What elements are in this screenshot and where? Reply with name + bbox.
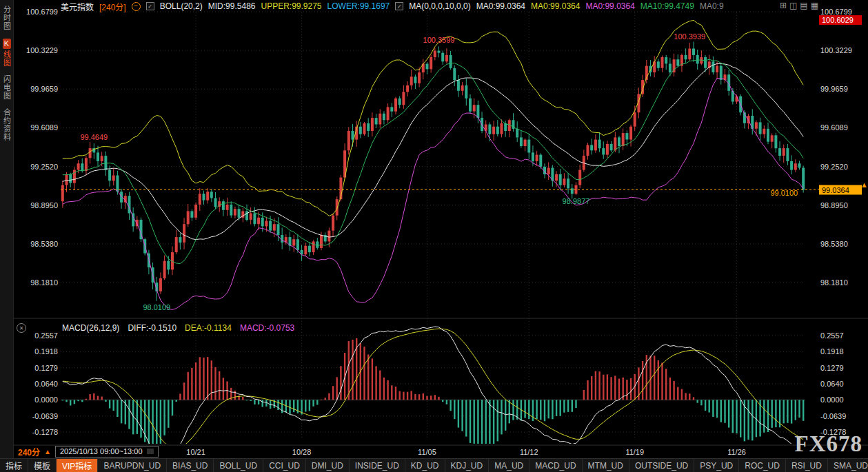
- status-period-label[interactable]: 240分: [18, 446, 40, 458]
- svg-text:100.3939: 100.3939: [674, 32, 705, 41]
- svg-text:0.0000: 0.0000: [820, 396, 844, 404]
- svg-text:0.1279: 0.1279: [34, 364, 58, 372]
- toolbar-button-ma_ud[interactable]: MA_UD: [489, 459, 529, 472]
- svg-text:99.4649: 99.4649: [80, 133, 108, 141]
- toolbar-button-kdj_ud[interactable]: KDJ_UD: [445, 459, 489, 472]
- toolbar-button-rsi_ud[interactable]: RSI_UD: [786, 459, 828, 472]
- svg-text:0.1918: 0.1918: [820, 347, 844, 356]
- svg-text:98.5380: 98.5380: [820, 240, 848, 248]
- sidebar-item-kline-chart[interactable]: K线图: [1, 39, 13, 67]
- sidebar-item-time-chart[interactable]: 分时图: [1, 6, 13, 30]
- toolbar-button-inside_ud[interactable]: INSIDE_UD: [350, 459, 405, 472]
- svg-text:100.3229: 100.3229: [820, 46, 852, 54]
- svg-text:10/21: 10/21: [186, 448, 205, 456]
- svg-text:0.2557: 0.2557: [820, 331, 844, 340]
- svg-text:11/12: 11/12: [520, 448, 538, 456]
- svg-text:99.2520: 99.2520: [30, 163, 58, 171]
- svg-text:11/05: 11/05: [418, 448, 436, 456]
- svg-text:10/28: 10/28: [292, 448, 312, 456]
- svg-text:98.9877: 98.9877: [563, 197, 590, 205]
- svg-text:98.5380: 98.5380: [30, 240, 58, 248]
- macd-name: MACD(26,12,9): [62, 323, 119, 333]
- sidebar: 分时图K线图闪电图合约资料: [0, 0, 14, 458]
- svg-text:0.1279: 0.1279: [820, 364, 844, 372]
- toolbar-button-roc_ud[interactable]: ROC_UD: [739, 459, 786, 472]
- svg-text:98.8950: 98.8950: [30, 201, 58, 209]
- svg-text:99.9659: 99.9659: [30, 85, 58, 93]
- macd-settings-icon[interactable]: [17, 323, 26, 333]
- toolbar-button-outside_ud[interactable]: OUTSIDE_UD: [629, 459, 694, 472]
- svg-text:11/19: 11/19: [625, 448, 644, 456]
- svg-text:-0.0639: -0.0639: [32, 412, 58, 420]
- toolbar-button-macd_ud[interactable]: MACD_UD: [529, 459, 582, 472]
- svg-text:0.1918: 0.1918: [34, 347, 58, 356]
- toolbar-tab-vip[interactable]: VIP指标: [57, 459, 98, 472]
- svg-text:-0.1278: -0.1278: [32, 428, 58, 436]
- chart-canvas[interactable]: 100.6799100.6799100.3229100.322999.96599…: [14, 7, 868, 459]
- toolbar-button-bias_ud[interactable]: BIAS_UD: [167, 459, 214, 472]
- macd-diff-value: DIFF:-0.1510: [128, 323, 176, 333]
- svg-text:11/26: 11/26: [727, 448, 746, 456]
- toolbar-button-mtm_ud[interactable]: MTM_UD: [583, 459, 629, 472]
- status-bar: 240分 ▲ 2025/10/13 09:00~13:00: [18, 445, 159, 458]
- watermark-fx678: FX678: [795, 431, 863, 457]
- sidebar-item-flash-chart[interactable]: 闪电图: [1, 75, 13, 100]
- toolbar-button-sma_ud[interactable]: SMA_UD: [828, 459, 868, 472]
- svg-text:0.0640: 0.0640: [34, 380, 58, 388]
- svg-text:98.1810: 98.1810: [30, 278, 58, 287]
- toolbar-button-dmi_ud[interactable]: DMI_UD: [306, 459, 350, 472]
- macd-macd-value: MACD:-0.0753: [240, 323, 294, 333]
- svg-text:99.2520: 99.2520: [820, 163, 848, 171]
- svg-text:100.6799: 100.6799: [820, 8, 852, 16]
- svg-text:100.6029: 100.6029: [822, 16, 854, 24]
- svg-text:99.6089: 99.6089: [820, 123, 848, 132]
- svg-text:0.0000: 0.0000: [34, 396, 58, 404]
- svg-text:99.6089: 99.6089: [30, 123, 58, 132]
- svg-text:98.1810: 98.1810: [820, 278, 848, 287]
- svg-text:98.0109: 98.0109: [143, 303, 170, 311]
- svg-text:0.0640: 0.0640: [820, 380, 844, 388]
- svg-text:99.0100: 99.0100: [770, 189, 798, 197]
- bottom-toolbar: 指标模板VIP指标BARUPDN_UDBIAS_UDBOLL_UDCCI_UDD…: [0, 458, 868, 472]
- svg-text:99.0364: 99.0364: [822, 186, 849, 194]
- svg-text:98.8950: 98.8950: [820, 201, 848, 209]
- toolbar-button-barupdn_ud[interactable]: BARUPDN_UD: [98, 459, 167, 472]
- toolbar-button-psy_ud[interactable]: PSY_UD: [694, 459, 739, 472]
- toolbar-button-boll_ud[interactable]: BOLL_UD: [214, 459, 263, 472]
- date-range-box[interactable]: 2025/10/13 09:00~13:00: [55, 446, 159, 458]
- toolbar-tab-templates[interactable]: 模板: [28, 459, 57, 472]
- svg-text:100.3599: 100.3599: [423, 36, 455, 44]
- toolbar-button-cci_ud[interactable]: CCI_UD: [263, 459, 306, 472]
- date-range-text: 2025/10/13 09:00~13:00: [60, 447, 143, 455]
- svg-text:100.6799: 100.6799: [26, 8, 58, 16]
- macd-dea-value: DEA:-0.1134: [185, 323, 232, 333]
- sidebar-item-contract-info[interactable]: 合约资料: [1, 108, 13, 141]
- up-arrow-icon: ▲: [44, 448, 51, 455]
- macd-header: MACD(26,12,9) DIFF:-0.1510 DEA:-0.1134 M…: [62, 323, 294, 333]
- svg-text:99.9659: 99.9659: [820, 85, 848, 93]
- toolbar-tab-indicators[interactable]: 指标: [0, 459, 28, 472]
- svg-text:-0.0639: -0.0639: [820, 412, 846, 420]
- toolbar-button-kd_ud[interactable]: KD_UD: [405, 459, 445, 472]
- svg-text:100.3229: 100.3229: [26, 46, 58, 54]
- svg-text:0.2557: 0.2557: [34, 331, 58, 340]
